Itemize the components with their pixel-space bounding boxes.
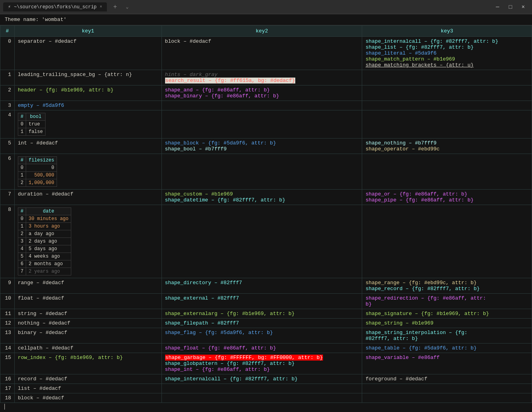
row-num-8: 8 [0, 205, 15, 278]
inner-num: 2 [18, 179, 26, 187]
inner-num: 0 [18, 121, 26, 128]
cell-17-key1: list – #dedacf [15, 384, 162, 393]
row-num-12: 12 [0, 319, 15, 328]
inner-val: 2 days ago [26, 238, 71, 245]
cell-13-key3: shape_string_interpolation – {fg: #82fff… [362, 328, 532, 344]
new-tab-button[interactable]: + [110, 2, 120, 12]
row-num-3: 3 [0, 101, 15, 110]
cell-18-key1: block – #dedacf [15, 393, 162, 403]
cell-15-key1: row_index – {fg: #b1e969, attr: b} [15, 353, 162, 374]
inner-row: 1 500,000 [18, 172, 57, 179]
table-row: 13 binary – #dedacf shape_flag – {fg: #5… [0, 328, 532, 344]
inner-row: 4 5 days ago [18, 245, 71, 253]
cell-12-key1: nothing – #dedacf [15, 319, 162, 328]
tab-dropdown-icon[interactable]: ⌄ [124, 2, 131, 11]
row-num-14: 14 [0, 344, 15, 353]
col-hash: # [0, 26, 15, 37]
terminal-icon: ⚡ [8, 4, 11, 10]
cell-5-key3: shape_nothing – #b7fff9 shape_operator –… [362, 139, 532, 154]
cell-4-key3 [362, 110, 532, 139]
col-key3: key3 [362, 26, 532, 37]
inner-val: 5 days ago [26, 245, 71, 253]
cell-3-key2 [162, 101, 362, 110]
inner-num: 5 [18, 253, 26, 260]
filesizes-table: # filesizes 0 0 1 500,000 [18, 156, 57, 187]
row-num-1: 1 [0, 70, 15, 85]
cell-14-key3: shape_table – {fg: #5da9f6, attr: b} [362, 344, 532, 353]
cell-13-key2: shape_flag – {fg: #5da9f6, attr: b} [162, 328, 362, 344]
cell-0-key2: block – #dedacf [162, 37, 362, 70]
cell-8-key2 [162, 205, 362, 278]
row-num-16: 16 [0, 374, 15, 384]
table-row: 12 nothing – #dedacf shape_filepath – #8… [0, 319, 532, 328]
row-num-2: 2 [0, 85, 15, 101]
inner-val: 3 hours ago [26, 223, 71, 230]
tab-close-icon[interactable]: × [100, 5, 102, 9]
cell-16-key1: record – #dedacf [15, 374, 162, 384]
inner-row: 3 2 days ago [18, 238, 71, 245]
window-controls: ─ □ × [492, 3, 529, 11]
inner-row: 6 2 months ago [18, 260, 71, 268]
theme-line: Theme name: 'wombat' [0, 14, 532, 25]
inner-val: a day ago [26, 230, 71, 238]
cell-6-key2 [162, 154, 362, 190]
inner-val: 2 years ago [26, 268, 71, 275]
cell-15-key2: shape_garbage – {fg: #FFFFFF, bg: #FF000… [162, 353, 362, 374]
inner-row: 1 false [18, 128, 46, 136]
cell-16-key2: shape_internalcall – {fg: #82fff7, attr:… [162, 374, 362, 384]
row-num-0: 0 [0, 37, 15, 70]
inner-num: 0 [18, 215, 26, 223]
table-row: 1 leading_trailing_space_bg – {attr: n} … [0, 70, 532, 85]
table-row: 11 string – #dedacf shape_externalarg – … [0, 309, 532, 319]
active-tab[interactable]: ⚡ ~\source\repos\forks\nu_scrip × [3, 2, 107, 11]
cell-6-key3 [362, 154, 532, 190]
cell-12-key2: shape_filepath – #82fff7 [162, 319, 362, 328]
cell-5-key2: shape_block – {fg: #5da9f6, attr: b} sha… [162, 139, 362, 154]
cell-1-key2: hints – dark_gray search_result – {fg: #… [162, 70, 362, 85]
inner-val: 1,000,000 [26, 179, 57, 187]
row-num-17: 17 [0, 384, 15, 393]
table-row: 9 range – #dedacf shape_directory – #82f… [0, 278, 532, 294]
table-row: 16 record – #dedacf shape_internalcall –… [0, 374, 532, 384]
inner-val: 500,000 [26, 172, 57, 179]
cell-9-key2: shape_directory – #82fff7 [162, 278, 362, 294]
row-num-9: 9 [0, 278, 15, 294]
close-button[interactable]: × [518, 3, 529, 11]
cell-7-key2: shape_custom – #b1e969 shape_datetime – … [162, 190, 362, 205]
cell-0-key1: separator – #dedacf [15, 37, 162, 70]
cell-8-key3 [362, 205, 532, 278]
maximize-button[interactable]: □ [505, 3, 516, 11]
row-num-10: 10 [0, 294, 15, 309]
inner-col-date: date [26, 208, 71, 215]
inner-row: 0 0 [18, 164, 57, 172]
cell-0-key3: shape_internalcall – {fg: #82fff7, attr:… [362, 37, 532, 70]
inner-num: 0 [18, 164, 26, 172]
cell-10-key1: float – #dedacf [15, 294, 162, 309]
inner-val: 2 months ago [26, 260, 71, 268]
inner-row: 2 1,000,000 [18, 179, 57, 187]
table-row: 2 header – {fg: #b1e969, attr: b} shape_… [0, 85, 532, 101]
cell-2-key3 [362, 85, 532, 101]
cell-1-key1: leading_trailing_space_bg – {attr: n} [15, 70, 162, 85]
inner-col-hash: # [18, 208, 26, 215]
cell-17-key3 [362, 384, 532, 393]
row-num-11: 11 [0, 309, 15, 319]
inner-num: 6 [18, 260, 26, 268]
inner-row: 1 3 hours ago [18, 223, 71, 230]
tab-label: ~\source\repos\forks\nu_scrip [14, 4, 97, 10]
minimize-button[interactable]: ─ [492, 3, 503, 11]
date-table: # date 0 30 minutes ago 1 3 hours ago [18, 207, 71, 275]
inner-col-hash: # [18, 157, 26, 164]
table-row: 18 block – #dedacf [0, 393, 532, 403]
cell-3-key3 [362, 101, 532, 110]
inner-val: 30 minutes ago [26, 215, 71, 223]
cursor-line: │ [0, 403, 532, 412]
inner-row: 0 true [18, 121, 46, 128]
cell-12-key3: shape_string – #b1e969 [362, 319, 532, 328]
cell-13-key1: binary – #dedacf [15, 328, 162, 344]
row-num-13: 13 [0, 328, 15, 344]
inner-num: 7 [18, 268, 26, 275]
inner-val: true [26, 121, 46, 128]
cell-18-key2 [162, 393, 362, 403]
table-row: 15 row_index – {fg: #b1e969, attr: b} sh… [0, 353, 532, 374]
